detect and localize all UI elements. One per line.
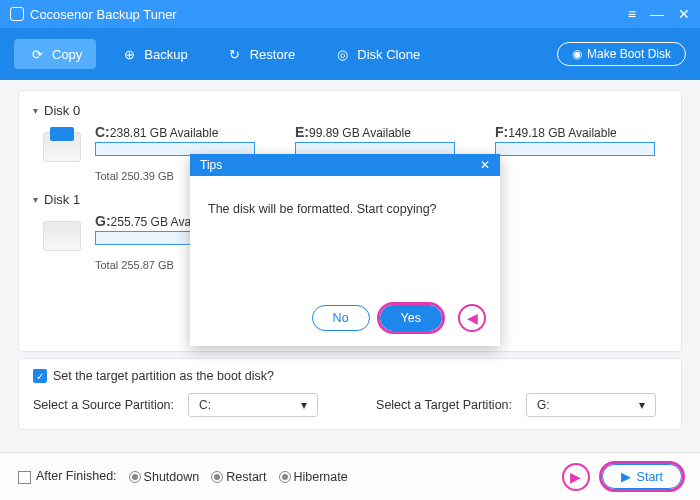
copy-icon: ⟳ xyxy=(28,45,46,63)
after-finished-checkbox[interactable]: After Finished: xyxy=(18,469,117,483)
dialog-yes-button[interactable]: Yes xyxy=(380,305,442,331)
source-label: Select a Source Partition: xyxy=(33,398,174,412)
tab-disk-clone[interactable]: ◎ Disk Clone xyxy=(319,39,434,69)
chevron-down-icon: ▾ xyxy=(33,194,38,205)
start-label: Start xyxy=(637,470,663,484)
dialog-close-icon[interactable]: ✕ xyxy=(480,158,490,172)
play-icon: ▶ xyxy=(621,469,631,484)
disk-icon xyxy=(43,221,81,251)
tab-restore-label: Restore xyxy=(250,47,296,62)
boot-checkbox[interactable]: ✓ xyxy=(33,369,47,383)
source-value: C: xyxy=(199,398,211,412)
annotation-arrow-icon: ◀ xyxy=(458,304,486,332)
close-icon[interactable]: ✕ xyxy=(678,6,690,22)
partition-e[interactable]: E:99.89 GB Available xyxy=(295,124,455,156)
target-label: Select a Target Partition: xyxy=(376,398,512,412)
tab-backup[interactable]: ⊕ Backup xyxy=(106,39,201,69)
app-title: Cocosenor Backup Tuner xyxy=(30,7,177,22)
dialog-message: The disk will be formatted. Start copyin… xyxy=(208,202,437,216)
target-partition-select[interactable]: G: ▾ xyxy=(526,393,656,417)
dialog-no-button[interactable]: No xyxy=(312,305,370,331)
make-boot-disk-label: Make Boot Disk xyxy=(587,47,671,61)
tab-restore[interactable]: ↻ Restore xyxy=(212,39,310,69)
tab-copy-label: Copy xyxy=(52,47,82,62)
yes-label: Yes xyxy=(401,311,421,325)
backup-icon: ⊕ xyxy=(120,45,138,63)
no-label: No xyxy=(333,311,349,325)
partition-f[interactable]: F:149.18 GB Available xyxy=(495,124,655,156)
radio-hibernate[interactable]: Hibernate xyxy=(279,470,348,484)
tab-backup-label: Backup xyxy=(144,47,187,62)
chevron-down-icon: ▾ xyxy=(639,398,645,412)
disk-os-icon xyxy=(43,132,81,162)
annotation-arrow-icon: ▶ xyxy=(562,463,590,491)
dialog-title: Tips xyxy=(200,158,222,172)
chevron-down-icon: ▾ xyxy=(301,398,307,412)
chevron-down-icon: ▾ xyxy=(33,105,38,116)
target-value: G: xyxy=(537,398,550,412)
toolbar: ⟳ Copy ⊕ Backup ↻ Restore ◎ Disk Clone ◉… xyxy=(0,28,700,80)
disk0-name: Disk 0 xyxy=(44,103,80,118)
tab-disk-clone-label: Disk Clone xyxy=(357,47,420,62)
disk1-name: Disk 1 xyxy=(44,192,80,207)
tab-copy[interactable]: ⟳ Copy xyxy=(14,39,96,69)
boot-checkbox-label: Set the target partition as the boot dis… xyxy=(53,369,274,383)
restore-icon: ↻ xyxy=(226,45,244,63)
footer: After Finished: Shutdown Restart Hiberna… xyxy=(0,452,700,500)
boot-disk-icon: ◉ xyxy=(572,47,582,61)
disk-clone-icon: ◎ xyxy=(333,45,351,63)
start-button[interactable]: ▶ Start xyxy=(602,464,682,489)
radio-restart[interactable]: Restart xyxy=(211,470,266,484)
title-bar: Cocosenor Backup Tuner ≡ — ✕ xyxy=(0,0,700,28)
minimize-icon[interactable]: — xyxy=(650,6,664,22)
menu-icon[interactable]: ≡ xyxy=(628,6,636,22)
app-logo-icon xyxy=(10,7,24,21)
partition-f-bar xyxy=(495,142,655,156)
make-boot-disk-button[interactable]: ◉ Make Boot Disk xyxy=(557,42,686,66)
tips-dialog: Tips ✕ The disk will be formatted. Start… xyxy=(190,154,500,346)
disk0-header[interactable]: ▾ Disk 0 xyxy=(33,103,667,118)
radio-shutdown[interactable]: Shutdown xyxy=(129,470,200,484)
options-panel: ✓ Set the target partition as the boot d… xyxy=(18,358,682,430)
source-partition-select[interactable]: C: ▾ xyxy=(188,393,318,417)
partition-c[interactable]: C:238.81 GB Available xyxy=(95,124,255,156)
